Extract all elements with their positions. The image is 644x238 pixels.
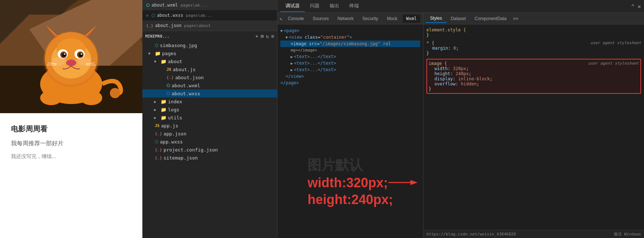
simba-image (0, 0, 142, 113)
expand-arrow: ▼ (148, 51, 153, 55)
tree-utils[interactable]: ▶ 📁 utils (142, 114, 277, 122)
dom-text3[interactable]: ▶<text>...</text> (280, 66, 420, 73)
explorer-icons: + ⊞ ↻ ≡ (255, 33, 274, 39)
statusbar-url: https://blog.csdn.net/weixin_43846020 (426, 232, 614, 237)
tab-network[interactable]: Network (334, 15, 357, 23)
phone-text-area: 电影周周看 我每周推荐一部好片 我还没写完，继续... (0, 113, 142, 238)
wxss-icon: ⬡ (152, 13, 155, 18)
tab-component-data[interactable]: ComponentData (470, 15, 511, 23)
tree-app-wxss[interactable]: ⬡ app.wxss (142, 138, 277, 146)
svg-point-16 (64, 53, 65, 55)
collapse-icon[interactable]: ≡ (271, 33, 274, 39)
devtools-top-tabs: 调试器 问题 输出 终端 ⌃ ✕ (277, 0, 644, 13)
folder-label: utils (168, 115, 182, 120)
tab-sources[interactable]: Sources (309, 15, 332, 23)
tab-styles[interactable]: Styles (426, 14, 446, 23)
json-icon: {.} (155, 147, 162, 152)
expand-arrow: ▶ (154, 108, 159, 112)
devtools-toolbar: ↖ Console Sources Network Security Mock … (277, 13, 423, 24)
explorer-label: MINIPRО... (145, 34, 252, 39)
tab-mock[interactable]: Mock (383, 15, 401, 23)
folder-icon: 📁 (155, 51, 161, 56)
folder-icon: 📁 (161, 59, 166, 64)
add-folder-icon[interactable]: ⊞ (261, 33, 264, 39)
tab-console[interactable]: Console (284, 15, 307, 23)
tab-wxss-label: about.wxss pages\ab... (157, 13, 212, 18)
devtools-controls: ⌃ ✕ (631, 3, 641, 10)
tab-wxml[interactable]: Wxml (403, 15, 421, 23)
tree-about-wxml[interactable]: ⬡ about.wxml (142, 81, 277, 89)
tree-app-js[interactable]: JS app.js (142, 122, 277, 130)
tab-output[interactable]: 输出 (325, 0, 344, 12)
styles-tabs: Styles Dataset ComponentData >> (423, 13, 644, 24)
file-label: about.json (175, 75, 204, 80)
tab-terminal[interactable]: 终端 (344, 0, 364, 12)
file-label: app.json (164, 131, 187, 137)
dom-text1[interactable]: ▶<text>...</text> (280, 53, 420, 60)
expand-arrow: ▶ (154, 100, 159, 104)
tree-index[interactable]: ▶ 📁 index (142, 97, 277, 105)
folder-label: index (168, 99, 182, 104)
tab-dataset[interactable]: Dataset (446, 15, 470, 23)
file-label: app.js (161, 123, 178, 128)
folder-label: logs (168, 107, 179, 112)
tree-logs[interactable]: ▶ 📁 logs (142, 105, 277, 114)
wxml-icon: ⬡ (146, 3, 150, 8)
dom-page-close: </page> (280, 80, 420, 86)
tab-wxml-label: about.wxml pages\ab... (152, 3, 207, 8)
tab-issues[interactable]: 问题 (305, 0, 325, 12)
styles-content: element.style { } * { user agent stylesh… (423, 24, 644, 230)
file-label: simbasong.jpg (160, 43, 197, 48)
tree-about-js[interactable]: JS about.js (142, 65, 277, 73)
annotation-arrow (388, 177, 418, 188)
dom-tree: ▼<page> ▼<view class="container"> <image… (277, 24, 423, 127)
phone-subtitle: 我每周推荐一部好片 (11, 140, 131, 147)
tab-security[interactable]: Security (359, 15, 382, 23)
tree-simbasong[interactable]: ⬡ simbasong.jpg (142, 41, 277, 49)
svg-point-26 (80, 91, 102, 105)
tab-about-wxss[interactable]: ✕ ⬡ about.wxss pages\ab... (142, 10, 277, 20)
tab-debugger[interactable]: 调试器 (280, 0, 305, 12)
minimize-icon[interactable]: ⌃ (631, 3, 635, 10)
file-label: about.js (173, 67, 196, 72)
svg-point-18 (66, 60, 76, 66)
dom-image[interactable]: <image src="/images/simbasong.jpg" rol (280, 41, 420, 47)
dom-view[interactable]: ▼<view class="container"> (280, 34, 420, 41)
expand-arrow: ▶ (154, 116, 159, 120)
tree-about[interactable]: ▼ 📁 about (142, 57, 277, 65)
devtools-dom-panel: ↖ Console Sources Network Security Mock … (277, 13, 423, 238)
style-rule-element: element.style { } (426, 27, 641, 38)
dom-page[interactable]: ▼<page> (280, 27, 420, 34)
close-icon[interactable]: ✕ (637, 3, 641, 10)
refresh-icon[interactable]: ↻ (266, 33, 269, 39)
tree-about-json[interactable]: {.} about.json (142, 73, 277, 81)
expand-arrow: ▼ (154, 60, 159, 64)
file-label: about.wxml (172, 83, 200, 88)
tree-sitemap[interactable]: {.} sitemap.json (142, 154, 277, 162)
annotation-area: 图片默认 width:320px; height:240px; (277, 127, 423, 238)
folder-icon: 📁 (161, 99, 166, 104)
svg-point-20 (77, 57, 91, 66)
add-file-icon[interactable]: + (255, 33, 258, 39)
phone-more: 我还没写完，继续... (11, 153, 131, 160)
json-icon: {.} (166, 75, 174, 80)
tree-about-wxss[interactable]: ⬡ about.wxss (142, 89, 277, 97)
cursor-icon[interactable]: ↖ (280, 16, 283, 22)
file-label: about.wxss (172, 91, 200, 96)
folder-label: pages (162, 51, 176, 56)
tab-close-icon[interactable]: ✕ (146, 13, 149, 18)
phone-preview: 电影周周看 我每周推荐一部好片 我还没写完，继续... (0, 0, 142, 238)
style-rule-image: image { user agent stylesheet width: 320… (426, 59, 641, 94)
json-icon: {.} (146, 23, 153, 28)
tree-app-json[interactable]: {.} app.json (142, 130, 277, 138)
tab-more-styles[interactable]: >> (511, 15, 520, 23)
devtools-panel: 调试器 问题 输出 终端 ⌃ ✕ ↖ Console Sources Netwo… (277, 0, 644, 238)
tree-pages[interactable]: ▼ 📁 pages (142, 49, 277, 57)
json-icon: {.} (155, 131, 162, 136)
tab-about-wxml[interactable]: ⬡ about.wxml pages\ab... (142, 0, 277, 10)
tree-project-config[interactable]: {.} project.config.json (142, 146, 277, 154)
tab-bar: ⬡ about.wxml pages\ab... ✕ ⬡ about.wxss … (142, 0, 277, 31)
devtools-styles-panel: Styles Dataset ComponentData >> element.… (423, 13, 644, 238)
tab-about-json[interactable]: {.} about.json pages\about (142, 20, 277, 31)
dom-text2[interactable]: ▶<text>...</text> (280, 60, 420, 66)
